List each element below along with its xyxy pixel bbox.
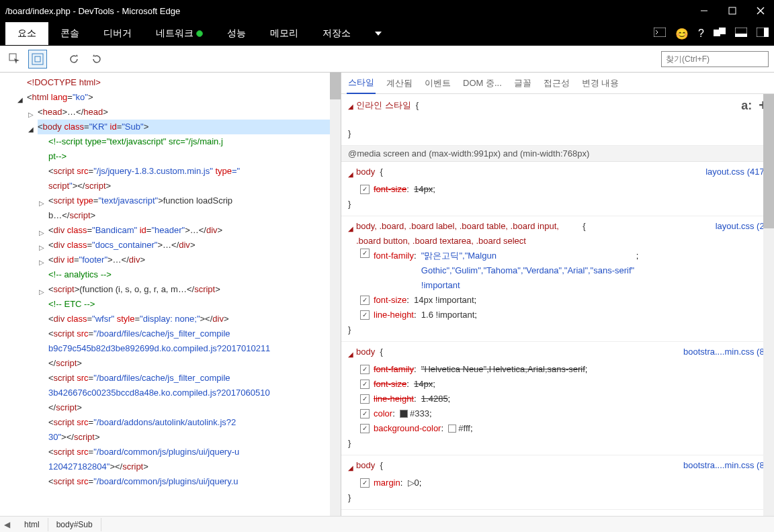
twisty-icon[interactable]: ▷ (39, 226, 44, 240)
undock-icon[interactable] (714, 28, 726, 40)
css-rule: ◢body {xe.min.css (1) ✓position: relativ… (341, 510, 774, 516)
twisty-icon[interactable]: ▷ (39, 196, 44, 211)
tab-dropdown[interactable] (363, 26, 394, 41)
help-icon[interactable]: ? (698, 28, 704, 40)
svg-rect-8 (735, 34, 747, 37)
tab-elements[interactable]: 요소 (5, 22, 48, 45)
search-input[interactable] (661, 51, 769, 67)
color-swatch[interactable] (448, 425, 456, 433)
vertical-scrollbar[interactable] (763, 94, 774, 516)
titlebar: /board/index.php - DevTools - Microsoft … (0, 0, 774, 21)
property-checkbox[interactable]: ✓ (360, 380, 370, 389)
inline-style-rule: ◢ 인라인 스타일 { a: + } (341, 94, 774, 146)
source-link[interactable]: layout.css (2) (716, 219, 767, 234)
property-checkbox[interactable]: ✓ (360, 365, 370, 374)
record-indicator-icon (196, 30, 203, 37)
dock-right-icon[interactable] (757, 28, 769, 40)
css-rule: ◢body {bootstra....min.css (8) ✓font-fam… (341, 342, 774, 455)
styles-tabbar: 스타일 계산됨 이벤트 DOM 중... 글꼴 접근성 변경 내용 (341, 73, 774, 94)
tab-storage[interactable]: 저장소 (310, 22, 363, 45)
breadcrumb-back-icon[interactable]: ◀ (4, 520, 16, 529)
refresh-alt-button[interactable] (87, 50, 106, 69)
pseudo-classes-button[interactable]: a: (741, 98, 752, 113)
tab-console[interactable]: 콘솔 (48, 22, 91, 45)
tab-network[interactable]: 네트워크 (144, 22, 215, 45)
vertical-scrollbar[interactable] (330, 73, 341, 516)
tab-performance[interactable]: 성능 (215, 22, 258, 45)
property-checkbox[interactable]: ✓ (360, 249, 370, 258)
chevron-down-icon (375, 32, 382, 36)
source-link[interactable]: bootstra....min.css (8) (683, 345, 767, 359)
css-rule: ◢body {layout.css (417) ✓font-size: 14px… (341, 162, 774, 216)
main-panels: <!DOCTYPE html> ◢<html lang="ko"> ▷<head… (0, 73, 774, 516)
property-checkbox[interactable]: ✓ (360, 185, 370, 194)
tab-debugger[interactable]: 디버거 (91, 22, 144, 45)
minimize-button[interactable] (696, 3, 712, 19)
svg-rect-13 (35, 56, 40, 62)
maximize-button[interactable] (724, 3, 740, 19)
css-rule: ◢body {bootstra....min.css (8) ✓margin: … (341, 455, 774, 510)
console-toggle-icon[interactable] (654, 28, 666, 40)
source-link[interactable]: layout.css (417) (705, 165, 767, 179)
breadcrumb-item[interactable]: body#Sub (48, 518, 101, 531)
color-swatch[interactable] (400, 410, 408, 418)
svg-rect-4 (654, 28, 666, 37)
twisty-icon[interactable]: ◢ (28, 122, 34, 137)
property-checkbox[interactable]: ✓ (360, 409, 370, 418)
toolbar (0, 46, 774, 73)
window-title: /board/index.php - DevTools - Microsoft … (5, 6, 180, 16)
svg-rect-6 (719, 28, 726, 34)
tab-dom-breakpoints[interactable]: DOM 중... (462, 73, 503, 93)
property-checkbox[interactable]: ✓ (360, 310, 370, 320)
property-checkbox[interactable]: ✓ (360, 424, 370, 433)
svg-rect-12 (32, 54, 43, 64)
tab-memory[interactable]: 메모리 (258, 22, 310, 45)
twisty-icon[interactable]: ▷ (39, 285, 44, 300)
tab-computed[interactable]: 계산됨 (385, 73, 414, 93)
devtools-tabs: 요소 콘솔 디버거 네트워크 성능 메모리 저장소 😊 ? (0, 21, 774, 46)
feedback-icon[interactable]: 😊 (675, 28, 689, 40)
property-checkbox[interactable]: ✓ (360, 478, 370, 488)
styles-body: ◢ 인라인 스타일 { a: + } @media screen and (ma… (341, 94, 774, 516)
styles-panel: 스타일 계산됨 이벤트 DOM 중... 글꼴 접근성 변경 내용 ◢ 인라인 … (341, 73, 774, 516)
breadcrumb: ◀ html body#Sub (0, 516, 774, 532)
window-controls (696, 3, 769, 19)
property-checkbox[interactable]: ✓ (360, 296, 370, 305)
twisty-icon[interactable]: ◢ (17, 93, 23, 107)
dock-bottom-icon[interactable] (735, 28, 747, 40)
selected-dom-node[interactable]: ◢<body class="KR" id="Sub"> (38, 120, 341, 134)
breadcrumb-item[interactable]: html (16, 518, 48, 531)
refresh-button[interactable] (64, 50, 83, 69)
media-query-header: @media screen and (max-width:991px) and … (341, 146, 774, 162)
twisty-icon[interactable]: ▷ (39, 255, 44, 270)
svg-rect-10 (764, 28, 769, 37)
tab-events[interactable]: 이벤트 (423, 73, 452, 93)
tab-fonts[interactable]: 글꼴 (513, 73, 533, 93)
source-link[interactable]: bootstra....min.css (8) (683, 458, 767, 473)
twisty-icon[interactable]: ▷ (39, 240, 44, 255)
twisty-icon[interactable]: ◢ (348, 97, 353, 114)
tab-styles[interactable]: 스타일 (347, 73, 376, 94)
dom-panel: <!DOCTYPE html> ◢<html lang="ko"> ▷<head… (0, 73, 341, 516)
source-link[interactable]: xe.min.css (1) (713, 513, 767, 516)
twisty-icon[interactable]: ▷ (28, 107, 34, 122)
svg-rect-1 (729, 7, 736, 14)
css-rule: ◢body, .board, .board label, .board tabl… (341, 216, 774, 342)
property-checkbox[interactable]: ✓ (360, 394, 370, 404)
tab-accessibility[interactable]: 접근성 (542, 73, 571, 93)
highlight-button[interactable] (28, 50, 47, 69)
tab-changes[interactable]: 변경 내용 (580, 73, 621, 93)
dom-tree[interactable]: <!DOCTYPE html> ◢<html lang="ko"> ▷<head… (0, 73, 341, 492)
select-element-button[interactable] (5, 50, 24, 69)
close-button[interactable] (752, 3, 769, 19)
